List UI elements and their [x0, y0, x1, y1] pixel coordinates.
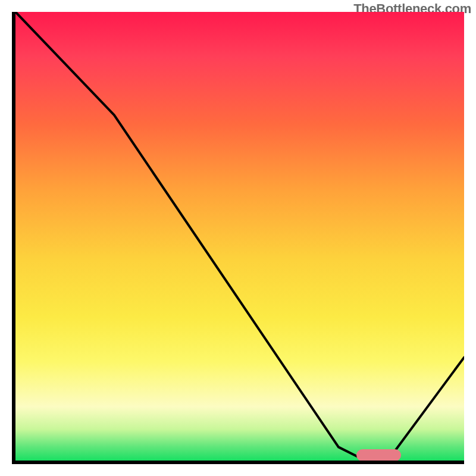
- data-curve: [15, 12, 464, 461]
- plot-area: [12, 12, 464, 464]
- optimal-marker: [356, 449, 401, 461]
- chart-container: { "attribution": "TheBottleneck.com", "c…: [0, 0, 476, 476]
